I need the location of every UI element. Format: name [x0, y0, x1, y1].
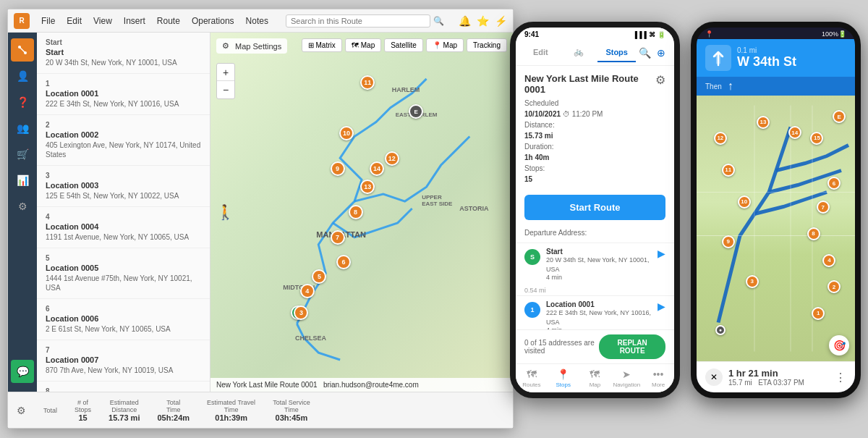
search-input[interactable]	[286, 14, 430, 28]
tracking-btn[interactable]: Tracking	[467, 38, 507, 52]
menu-insert[interactable]: Insert	[124, 16, 145, 26]
matrix-view-btn[interactable]: ⊞ Matrix	[302, 38, 342, 52]
time-value: 05h:24m	[157, 413, 190, 422]
tracking-label: Tracking	[473, 41, 501, 49]
map-area[interactable]: ⚙ Map Settings 🚶 + − ⊞ Matrix	[210, 33, 513, 392]
nav-eta-detail: 15.7 mi ETA 03:37 PM	[728, 379, 829, 387]
mobile-phone-2: 📍 100%🔋 0.1 mi W 34th St Then ↑	[691, 22, 861, 398]
map-type-btn[interactable]: 📍 Map	[426, 38, 464, 52]
phone1-stops-bottom-tab[interactable]: 📍 Stops	[548, 367, 579, 389]
map-settings-bar: ⚙ Map Settings	[216, 38, 287, 54]
phone1-search-icon[interactable]: 🔍	[636, 47, 654, 59]
list-item-1[interactable]: 1 Location 0001 222 E 34th St, New York,…	[37, 74, 210, 115]
map-pin-9: 6	[336, 255, 351, 269]
nav-pin-14: 14	[788, 126, 801, 139]
satellite-view-btn[interactable]: Satellite	[384, 38, 423, 52]
nav-direction-header: 0.1 mi W 34th St	[697, 39, 855, 77]
phone1-status-icons: ▐▐▐ ⌘ 🔋	[633, 31, 665, 38]
menu-view[interactable]: View	[93, 16, 112, 26]
map-tab-label: Map	[590, 382, 601, 388]
stop4-name: Location 0004	[46, 222, 201, 231]
nav-pin-10: 10	[738, 195, 751, 209]
menu-operations[interactable]: Operations	[192, 16, 234, 26]
notification-icon[interactable]: 🔔	[459, 15, 471, 27]
list-item-4[interactable]: 4 Location 0004 1191 1st Avenue, New Yor…	[37, 207, 210, 248]
sidebar-settings-icon[interactable]: ⚙	[11, 195, 34, 218]
nav-more-button[interactable]: ⋮	[835, 371, 846, 384]
map-settings-label: Map Settings	[235, 42, 281, 51]
matrix-label: Matrix	[316, 41, 336, 49]
settings-icon[interactable]: ⚙	[17, 405, 26, 416]
start-route-button[interactable]: Start Route	[524, 195, 665, 220]
menu-edit[interactable]: Edit	[67, 16, 82, 26]
desktop-app: R File Edit View Insert Route Operations…	[7, 9, 514, 429]
settings-gear-icon[interactable]: ⚙	[222, 41, 229, 51]
stop1-addr: 222 E 34th St, New York, NY 10016, USA	[46, 99, 201, 109]
then-label: Then	[705, 83, 722, 90]
list-item-7[interactable]: 7 Location 0007 870 7th Ave, New York, N…	[37, 340, 210, 382]
stop-item-start: S Start 20 W 34th St, New York, NY 10001…	[516, 243, 674, 285]
sidebar-contacts-icon[interactable]: 👤	[11, 64, 34, 88]
replan-route-button[interactable]: REPLAN ROUTE	[599, 334, 665, 359]
distance-section: EstimatedDistance 15.73 mi	[109, 399, 140, 422]
phone1-add-icon[interactable]: ⊕	[654, 47, 668, 59]
sidebar-route-icon[interactable]	[11, 38, 34, 62]
menu-file[interactable]: File	[41, 16, 55, 26]
map-pin-1: 11	[360, 75, 375, 90]
travel-label: Estimated TravelTime	[207, 399, 255, 413]
app-body: 👤 ❓ 👥 🛒 📊 ⚙ 💬 Start Start 20 W 34th St, …	[8, 33, 513, 392]
phone1-map-tab[interactable]: 🗺 Map	[579, 367, 611, 389]
zoom-out-button[interactable]: −	[217, 81, 234, 98]
sidebar-team-icon[interactable]: 👥	[11, 117, 34, 140]
list-item-8[interactable]: 8 Location 0008 533 W 47th St, New York,…	[37, 382, 210, 392]
stop6-label: 6	[46, 305, 201, 313]
nav-map[interactable]: E 12 13 14 15 11 10 6 7 8 9 4 3 2 1 ● 🎯	[697, 96, 855, 361]
phone1-routes-tab[interactable]: 🗺 Routes	[516, 367, 548, 389]
stop2-name: Location 0002	[46, 130, 201, 139]
more-icon[interactable]: ⚡	[495, 15, 507, 27]
nav-close-button[interactable]: ✕	[705, 368, 723, 386]
phone1-date: 10/10/2021	[524, 110, 561, 118]
more-tab-icon: •••	[653, 368, 664, 380]
svg-line-2	[20, 47, 25, 53]
start-label: Start	[46, 38, 201, 46]
map-pin-3: 9	[331, 161, 345, 176]
sidebar-chart-icon[interactable]: 📊	[11, 169, 34, 192]
menu-route[interactable]: Route	[157, 16, 180, 26]
phone1-settings-icon[interactable]: ⚙	[655, 73, 665, 87]
map-view-btn[interactable]: 🗺 Map	[345, 38, 381, 52]
menu-notes[interactable]: Notes	[246, 16, 268, 26]
star-icon[interactable]: ⭐	[477, 15, 489, 27]
nav-pin-8-nav: 8	[807, 227, 820, 240]
phone1-navigation-tab[interactable]: ➤ Navigation	[610, 367, 642, 389]
chelsea-label: CHELSEA	[295, 334, 326, 342]
start-nav-icon[interactable]: ▶	[658, 248, 665, 259]
list-item-3[interactable]: 3 Location 0003 125 E 54th St, New York,…	[37, 166, 210, 207]
stop1-nav-icon[interactable]: ▶	[658, 300, 665, 312]
map-pin-11: 4	[300, 284, 315, 298]
stop4-label: 4	[46, 213, 201, 221]
matrix-icon: ⊞	[308, 41, 314, 49]
stop1-addr: 222 E 34th St, New York, NY 10016, USA	[546, 308, 652, 327]
list-item-5[interactable]: 5 Location 0005 1444 1st Avenue #75th, N…	[37, 248, 210, 299]
sidebar-cart-icon[interactable]: 🛒	[11, 143, 34, 166]
stop5-addr: 1444 1st Avenue #75th, New York, NY 1002…	[46, 274, 201, 292]
search-bar: 🔍	[286, 14, 447, 28]
travel-section: Estimated TravelTime 01h:39m	[207, 399, 255, 422]
list-item-start[interactable]: Start Start 20 W 34th St, New York, NY 1…	[37, 33, 210, 74]
sidebar-help-icon[interactable]: ❓	[11, 90, 34, 114]
harlem-label: HARLEM	[392, 86, 420, 93]
nav-location-button[interactable]: 🎯	[829, 335, 849, 355]
list-item-2[interactable]: 2 Location 0002 405 Lexington Ave, New Y…	[37, 115, 210, 166]
phone1-bike-tab[interactable]: 🚲	[560, 43, 598, 62]
phone1-stops-tab[interactable]: Stops	[597, 43, 636, 62]
nav-turn-arrow	[705, 45, 731, 71]
zoom-in-button[interactable]: +	[217, 64, 234, 81]
map-pin-5: 13	[360, 180, 375, 194]
phone1-more-tab[interactable]: ••• More	[642, 367, 674, 389]
distance-value: 15.73 mi	[109, 413, 140, 422]
sidebar-chat-icon[interactable]: 💬	[11, 360, 34, 383]
stop6-name: Location 0006	[46, 314, 201, 323]
phone1-edit-tab[interactable]: Edit	[522, 43, 560, 62]
list-item-6[interactable]: 6 Location 0006 2 E 61st St, New York, N…	[37, 299, 210, 340]
